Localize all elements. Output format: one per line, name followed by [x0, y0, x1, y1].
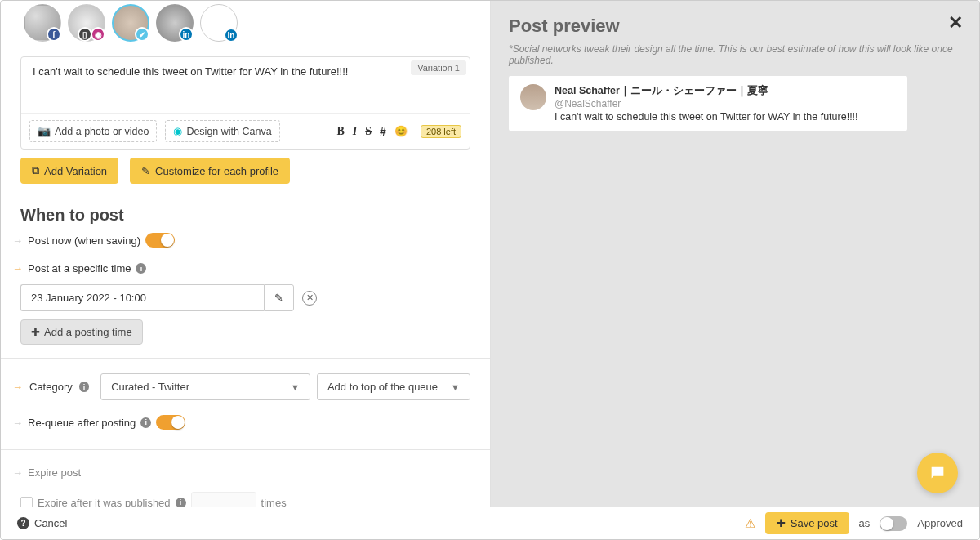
strike-button[interactable]: S: [365, 125, 372, 138]
as-label: as: [859, 517, 871, 529]
profile-selector: f ▯ ◉ ✔ in in: [1, 1, 490, 45]
chevron-down-icon: ▼: [451, 382, 460, 392]
preview-heading: Post preview: [509, 16, 961, 37]
canva-icon: ◉: [173, 125, 182, 137]
profile-avatar-1[interactable]: f: [24, 4, 61, 42]
pencil-icon: ✎: [141, 165, 150, 177]
chat-icon: [929, 464, 947, 482]
arrow-icon: →: [12, 234, 23, 247]
approved-toggle[interactable]: [880, 516, 907, 531]
profile-avatar-4[interactable]: in: [156, 4, 194, 42]
queue-mode-select[interactable]: Add to top of the queue ▼: [317, 373, 470, 400]
preview-handle: @NealSchaffer: [555, 98, 858, 109]
copy-icon: ⧉: [32, 164, 39, 177]
cancel-label: Cancel: [34, 517, 67, 529]
facebook-badge-icon: f: [47, 27, 61, 42]
warning-icon[interactable]: ⚠: [745, 516, 755, 531]
requeue-label: Re-queue after posting: [28, 417, 136, 429]
chevron-down-icon: ▼: [291, 382, 300, 392]
post-specific-label: Post at a specific time: [28, 262, 131, 274]
preview-name: Neal Schaffer｜ニール・シェーファー｜夏寧: [555, 84, 858, 98]
char-counter: 208 left: [421, 125, 461, 138]
linkedin-badge-icon: in: [179, 27, 194, 42]
category-label: Category: [29, 381, 73, 393]
help-icon: ?: [17, 517, 29, 529]
plus-icon: ✚: [31, 326, 40, 338]
arrow-icon: →: [12, 417, 23, 429]
post-now-label: Post now (when saving): [28, 234, 140, 247]
tweet-preview-card: Neal Schaffer｜ニール・シェーファー｜夏寧 @NealSchaffe…: [509, 76, 907, 131]
queue-mode-selected: Add to top of the queue: [327, 381, 438, 393]
instagram-badge-icon: ◉: [91, 27, 105, 42]
save-post-button[interactable]: ✚ Save post: [765, 512, 849, 534]
remove-datetime-button[interactable]: ✕: [302, 291, 317, 306]
linkedin-badge-icon: in: [224, 28, 238, 42]
chat-support-button[interactable]: [917, 453, 958, 493]
save-post-label: Save post: [791, 517, 838, 529]
design-canva-label: Design with Canva: [186, 126, 271, 137]
arrow-icon: →: [12, 262, 23, 274]
post-now-toggle[interactable]: [145, 233, 175, 248]
footer-bar: ? Cancel ⚠ ✚ Save post as Approved: [1, 507, 979, 539]
profile-avatar-3[interactable]: ✔: [112, 4, 149, 42]
twitter-badge-icon: ✔: [135, 27, 149, 42]
category-select[interactable]: Curated - Twitter ▼: [100, 373, 310, 400]
post-composer: Variation 1 I can't wait to schedule thi…: [20, 56, 470, 150]
when-to-post-section: When to post → Post now (when saving) → …: [1, 194, 490, 358]
add-posting-time-label: Add a posting time: [44, 326, 132, 338]
expire-after-checkbox[interactable]: [20, 497, 33, 508]
edit-datetime-button[interactable]: ✎: [264, 284, 294, 311]
add-media-label: Add a photo or video: [55, 126, 149, 137]
add-variation-label: Add Variation: [44, 165, 107, 177]
approved-label: Approved: [917, 517, 963, 529]
customize-label: Customize for each profile: [155, 165, 278, 177]
times-label: times: [261, 497, 287, 508]
close-button[interactable]: ✕: [948, 12, 963, 33]
preview-avatar: [520, 84, 546, 110]
category-selected: Curated - Twitter: [111, 381, 189, 393]
pencil-icon: ✎: [274, 292, 283, 304]
add-posting-time-button[interactable]: ✚ Add a posting time: [20, 319, 143, 345]
preview-disclaimer: *Social networks tweak their design all …: [509, 43, 961, 66]
arrow-icon: →: [12, 466, 23, 479]
add-variation-button[interactable]: ⧉ Add Variation: [20, 158, 118, 184]
arrow-icon: →: [12, 381, 23, 393]
plus-icon: ✚: [777, 517, 786, 529]
category-section: → Category i Curated - Twitter ▼ Add to …: [1, 358, 490, 449]
bold-button[interactable]: B: [337, 125, 345, 138]
info-icon[interactable]: i: [140, 417, 151, 428]
camera-icon: 📷: [38, 125, 51, 137]
italic-button[interactable]: I: [353, 125, 357, 138]
variation-tag: Variation 1: [411, 60, 466, 75]
info-icon[interactable]: i: [79, 382, 89, 392]
expire-after-label: Expire after it was published: [38, 497, 171, 508]
add-media-button[interactable]: 📷 Add a photo or video: [29, 120, 157, 142]
requeue-toggle[interactable]: [156, 415, 185, 430]
emoji-button[interactable]: 😊: [394, 125, 408, 137]
hashtag-button[interactable]: #: [380, 125, 386, 138]
datetime-input[interactable]: 23 January 2022 - 10:00: [20, 284, 264, 311]
customize-button[interactable]: ✎ Customize for each profile: [130, 158, 290, 184]
info-icon[interactable]: i: [136, 263, 146, 274]
expire-count-input[interactable]: [191, 492, 256, 507]
design-canva-button[interactable]: ◉ Design with Canva: [165, 120, 279, 142]
expire-label: Expire post: [28, 466, 81, 479]
preview-text: I can't wait to schedule this tweet on T…: [555, 111, 858, 123]
profile-avatar-2[interactable]: ▯ ◉: [68, 4, 105, 42]
profile-avatar-5[interactable]: in: [200, 4, 238, 42]
composer-textarea[interactable]: I can't wait to schedule this tweet on T…: [33, 65, 458, 105]
expire-section: → Expire post Expire after it was publis…: [1, 449, 490, 507]
when-to-post-heading: When to post: [20, 206, 470, 225]
cancel-button[interactable]: ? Cancel: [17, 517, 67, 529]
